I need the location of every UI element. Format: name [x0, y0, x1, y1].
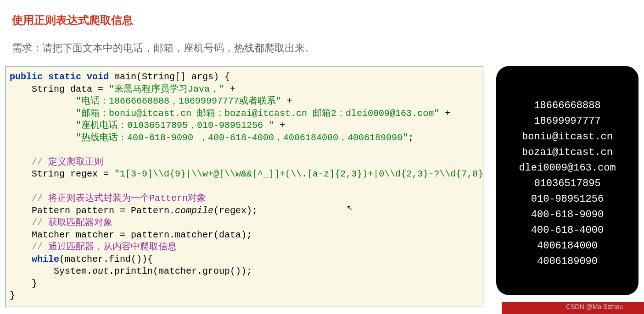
c4t: 通过匹配器，从内容中爬取信息 [48, 242, 177, 252]
s3: "电话：18666668888，18699997777或者联系" [76, 96, 281, 106]
out-5: 01036517895 [501, 176, 634, 192]
l15b: out [92, 266, 109, 276]
c2t: 将正则表达式封装为一个Pattern对象 [48, 193, 206, 204]
kw-static: static [48, 72, 81, 82]
p3: + [281, 96, 292, 106]
kw-void: void [87, 72, 109, 82]
out-6: 010-98951256 [501, 192, 634, 207]
c1p: // [10, 157, 48, 167]
s5: "座机电话：01036517895，010-98951256 " [76, 120, 274, 131]
code-block: public static void main(String[] args) {… [6, 66, 483, 307]
c2p: // [10, 193, 48, 204]
c3t: 获取匹配器对象 [48, 217, 112, 228]
l8a: String regex = [10, 169, 114, 179]
l10b: compile [175, 205, 213, 216]
page-title: 使用正则表达式爬取信息 [12, 13, 644, 28]
l16: } [10, 278, 37, 289]
s4: "邮箱：boniu@itcast.cn 邮箱：bozai@itcast.cn 邮… [76, 108, 439, 119]
l5p [10, 120, 76, 131]
out-8: 400-618-4000 [501, 223, 634, 238]
kw-public: public [10, 72, 43, 82]
watermark: CSDN @Ma Sizhou [566, 303, 623, 310]
c1t: 定义爬取正则 [48, 157, 103, 167]
kw-while: while [32, 254, 59, 264]
main-sig: main(String[] args) { [109, 72, 230, 82]
semi1: ; [408, 132, 414, 143]
l4p [10, 108, 76, 119]
out-0: 18666668888 [501, 98, 634, 114]
out-4: dlei0009@163.com [501, 160, 634, 176]
out-7: 400-618-9090 [501, 207, 634, 223]
p4: + [439, 108, 450, 119]
out-3: bozai@itcast.cn [501, 145, 634, 160]
s2: "来黑马程序员学习Java，" [109, 84, 224, 94]
p2: + [224, 84, 235, 94]
l15c: .println(matcher.group()); [109, 266, 252, 276]
out-1: 18699997777 [501, 114, 634, 129]
l3p [10, 96, 76, 106]
s6: "热线电话：400-618-9090 ，400-618-4000，4006184… [76, 132, 408, 143]
s8: "1[3-9]\\d{9}|\\w+@[\\w&&[^_]]+(\\.[a-z]… [114, 169, 483, 179]
out-2: boniu@itcast.cn [501, 129, 634, 145]
l2a: String data = [10, 84, 109, 94]
content-row: public static void main(String[] args) {… [6, 66, 644, 307]
l10: Pattern pattern = Pattern. [10, 205, 175, 216]
l14: (matcher.find()){ [59, 254, 153, 264]
l12: Matcher matcher = pattern.matcher(data); [10, 230, 252, 240]
l6p [10, 132, 76, 143]
c3p: // [10, 217, 48, 228]
l10c: (regex); [213, 205, 258, 216]
p5: + [274, 120, 285, 131]
output-panel: 18666668888 18699997777 boniu@itcast.cn … [496, 66, 638, 295]
l15a: System. [10, 266, 92, 276]
out-10: 4006189090 [501, 254, 634, 270]
l17: } [10, 290, 15, 301]
subtitle-text: 需求：请把下面文本中的电话，邮箱，座机号码，热线都爬取出来。 [12, 41, 644, 55]
c4p: // [10, 242, 48, 252]
out-9: 4006184000 [501, 238, 634, 254]
